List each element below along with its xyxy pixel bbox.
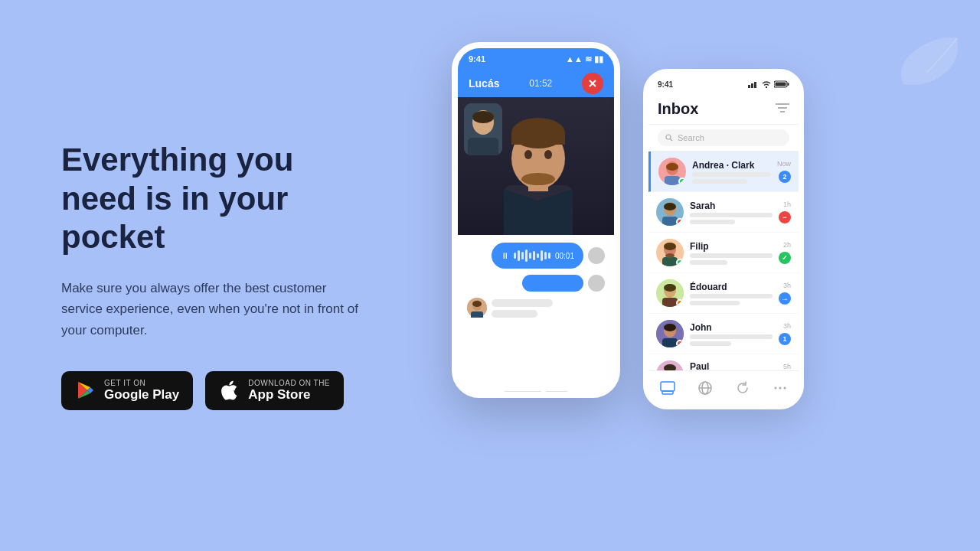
contact-item-edouard[interactable]: Édouard 3h → <box>648 273 799 314</box>
status-dot-john <box>676 340 684 347</box>
caller-thumbnail <box>464 103 502 155</box>
svg-rect-11 <box>468 138 498 155</box>
phone1-video-call: 9:41 ▲▲ ≋ ▮▮ Lucás 01:52 <box>452 42 620 398</box>
svg-point-66 <box>774 386 776 389</box>
contact-info-filip: Filip <box>690 241 773 265</box>
search-input[interactable]: Search <box>658 129 789 146</box>
status-badge-sarah: − <box>779 211 791 223</box>
svg-rect-20 <box>748 85 750 88</box>
msg-line <box>492 299 553 307</box>
app-store-text: Download on the App Store <box>248 379 330 403</box>
contact-item-andrea[interactable]: Andrea · Clark Now 2 <box>648 152 799 192</box>
incoming-message <box>467 298 605 318</box>
nav-globe-icon[interactable] <box>697 380 714 396</box>
search-icon <box>665 134 673 142</box>
contact-time-edouard: 3h <box>783 282 791 289</box>
contact-list: Andrea · Clark Now 2 <box>648 152 799 395</box>
nav-refresh-icon[interactable] <box>734 380 751 396</box>
phone1-call-bar: Lucás 01:52 <box>458 70 614 97</box>
phone2-status-bar: 9:41 <box>648 74 799 94</box>
preview-line <box>690 341 731 346</box>
svg-rect-62 <box>662 391 673 394</box>
contact-preview-sarah <box>690 213 773 224</box>
phones-area: 9:41 ▲▲ ≋ ▮▮ Lucás 01:52 <box>429 0 980 551</box>
preview-line <box>690 213 773 217</box>
headline: Everything you need is in your pocket <box>61 141 368 256</box>
contact-item-sarah[interactable]: Sarah 1h − <box>648 192 799 233</box>
contact-info-andrea: Andrea · Clark <box>692 160 771 184</box>
nav-inbox-icon[interactable] <box>659 380 676 396</box>
inbox-nav-icon <box>660 381 675 395</box>
status-dot-edouard <box>676 299 684 307</box>
phone2-time: 9:41 <box>658 80 673 89</box>
svg-point-67 <box>779 386 781 389</box>
google-play-button[interactable]: GET IT ON Google Play <box>61 371 193 410</box>
contact-meta-andrea: Now 2 <box>777 160 791 183</box>
svg-rect-61 <box>661 382 675 391</box>
google-play-text: GET IT ON Google Play <box>104 379 179 403</box>
contact-item-john[interactable]: John 3h 1 <box>648 314 799 354</box>
phone1-status-bar: 9:41 ▲▲ ≋ ▮▮ <box>458 48 614 70</box>
contact-time-andrea: Now <box>777 160 791 168</box>
status-dot-filip <box>676 259 684 266</box>
sender-avatar <box>467 298 487 318</box>
svg-point-12 <box>472 111 494 123</box>
svg-rect-35 <box>665 176 680 185</box>
google-play-line1: GET IT ON <box>104 379 179 387</box>
contact-avatar-john <box>656 320 684 347</box>
preview-line <box>690 260 727 265</box>
status-dot-sarah <box>676 218 684 226</box>
incoming-bubbles <box>492 299 553 318</box>
app-store-button[interactable]: Download on the App Store <box>205 371 344 410</box>
status-dot-andrea <box>678 178 686 185</box>
contact-meta-sarah: 1h − <box>779 201 791 223</box>
contact-item-filip[interactable]: Filip 2h ✓ <box>648 233 799 273</box>
svg-line-31 <box>671 139 673 142</box>
message-avatar2 <box>588 275 605 292</box>
svg-rect-5 <box>511 133 565 145</box>
filter-icon <box>776 103 789 113</box>
contact-preview-john <box>690 334 773 346</box>
text-bubble <box>522 275 583 292</box>
phone2-nav <box>648 370 799 404</box>
contact-name-sarah: Sarah <box>690 201 773 211</box>
main-video-person <box>488 109 588 235</box>
contact-meta-filip: 2h ✓ <box>779 241 791 264</box>
left-content: Everything you need is in your pocket Ma… <box>0 141 429 410</box>
filter-button[interactable] <box>776 103 789 116</box>
svg-rect-39 <box>662 217 678 226</box>
svg-point-51 <box>664 324 676 331</box>
svg-point-38 <box>664 203 676 210</box>
contact-avatar-filip <box>656 239 684 266</box>
typing-indicator <box>458 388 614 398</box>
preview-line <box>690 294 773 298</box>
svg-rect-26 <box>776 83 786 86</box>
svg-rect-22 <box>754 82 756 88</box>
svg-point-30 <box>666 135 671 139</box>
phone2-signal <box>748 80 789 88</box>
contact-meta-john: 3h 1 <box>779 322 791 345</box>
contact-name-john: John <box>690 322 773 333</box>
text-message <box>467 275 605 292</box>
inbox-title: Inbox <box>658 100 698 118</box>
unread-badge-john: 1 <box>779 333 791 345</box>
nav-more-icon[interactable] <box>772 380 789 396</box>
call-timer: 01:52 <box>529 78 552 89</box>
contact-time-sarah: 1h <box>783 201 791 208</box>
svg-point-15 <box>472 301 482 307</box>
svg-point-44 <box>665 253 675 258</box>
preview-line <box>692 179 747 184</box>
status-badge-filip: ✓ <box>779 252 791 264</box>
contact-time-paul: 5h <box>783 363 791 370</box>
chat-area: ⏸ 00:01 <box>458 235 614 388</box>
contact-avatar-edouard <box>656 279 684 307</box>
svg-point-34 <box>666 163 678 171</box>
contact-name-filip: Filip <box>690 241 773 252</box>
contact-name-edouard: Édouard <box>690 282 773 292</box>
svg-point-6 <box>524 150 532 159</box>
phone1-signal-icons: ▲▲ ≋ ▮▮ <box>566 54 603 64</box>
phone2-inbox: 9:41 <box>643 69 804 409</box>
audio-message: ⏸ 00:01 <box>467 243 605 269</box>
waveform <box>514 249 550 262</box>
end-call-button[interactable] <box>582 73 603 94</box>
